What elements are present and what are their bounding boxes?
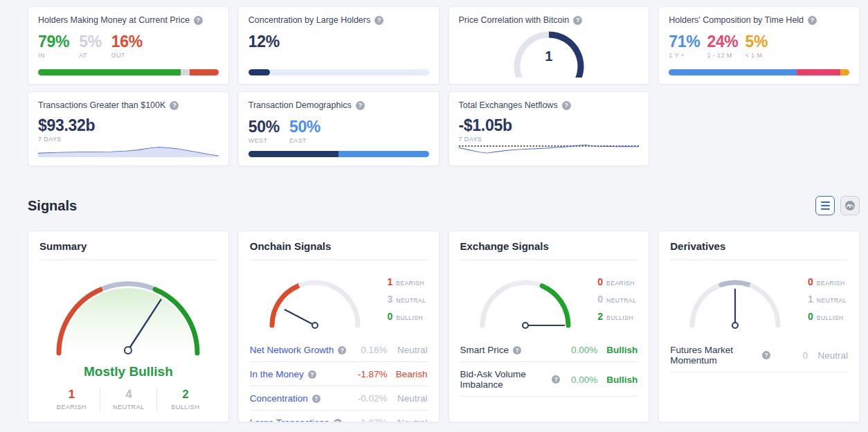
signal-row: Bid-Ask Volume Imbalance? 0.00%Bullish [460,362,638,397]
card-large-transactions[interactable]: Transactions Greater than $100K ? $93.32… [28,91,229,166]
summary-neutral-count: 4 [100,388,156,402]
help-icon[interactable]: ? [170,101,179,110]
list-icon [821,201,830,210]
card-price-correlation[interactable]: Price Correlation with Bitcoin ? 1 [449,6,650,84]
large-transactions-value: $93.32b [38,118,219,134]
card-title: Price Correlation with Bitcoin [459,15,570,25]
onchain-gauge-stats: 1BEARISH 3NEUTRAL 0BULLISH [384,276,426,328]
help-icon[interactable]: ? [356,101,365,110]
period-label: 7 DAYS [38,136,219,143]
onchain-gauge [260,270,370,331]
signal-row: Concentration? -0.02%Neutral [250,386,428,411]
view-toggle [815,196,860,215]
exchange-gauge [470,270,581,331]
stat-at: 5% [79,34,102,50]
summary-gauge [42,271,214,357]
dashboard: Holders Making Money at Current Price ? … [0,0,868,422]
netflows-value: -$1.05b [459,118,640,134]
signal-link-net-network-growth[interactable]: Net Network Growth? [250,345,347,355]
metric-cards-grid: Holders Making Money at Current Price ? … [28,6,860,166]
signal-row: Smart Price? 0.00%Bullish [460,338,638,362]
card-exchange-netflows[interactable]: Total Exchanges Netflows ? -$1.05b 7 DAY… [449,91,650,166]
help-icon[interactable]: ? [513,346,521,354]
signal-row: Futures Market Momentum? 0Neutral [670,338,848,372]
exchange-gauge-stats: 0BEARISH 0NEUTRAL 2BULLISH [595,276,636,328]
panel-derivatives: Derivatives 0BEARISH 1NEUTRAL 0BULLISH [658,231,860,422]
help-icon[interactable]: ? [808,16,817,25]
panel-summary: Summary Mostly Bullish 1 [28,231,229,422]
card-title: Transaction Demographics [248,100,352,110]
help-icon[interactable]: ? [562,101,571,110]
exchange-signal-rows: Smart Price? 0.00%Bullish Bid-Ask Volume… [460,338,638,397]
summary-verdict: Mostly Bullish [39,364,217,379]
card-holders-making-money[interactable]: Holders Making Money at Current Price ? … [28,6,229,84]
in-out-money-bar [38,69,219,75]
derivatives-gauge-stats: 0BEARISH 1NEUTRAL 0BULLISH [805,276,847,328]
signal-link-concentration[interactable]: Concentration? [250,393,320,404]
signal-label-smart-price[interactable]: Smart Price? [460,345,522,355]
panel-exchange-signals: Exchange Signals 0BEARISH 0NEUTRAL 2BULL… [449,231,650,422]
signal-row: In the Money? -1.87%Bearish [250,362,428,386]
summary-stats: 1 BEARISH 4 NEUTRAL 2 BULLISH [39,388,217,411]
correlation-gauge: 1 [459,25,640,78]
netflows-sparkline [459,143,640,157]
transactions-sparkline [38,143,219,157]
panel-title: Exchange Signals [460,240,638,252]
help-icon[interactable]: ? [552,375,560,384]
list-view-button[interactable] [815,196,835,215]
stat-west: 50% [248,119,280,135]
panel-title: Summary [39,240,217,252]
help-icon[interactable]: ? [312,395,320,403]
signal-label-bid-ask-volume-imbalance[interactable]: Bid-Ask Volume Imbalance? [460,369,561,390]
derivatives-gauge [680,270,790,331]
card-title: Concentration by Large Holders [248,15,371,25]
demographics-bar [248,151,429,157]
gauge-icon [844,200,856,211]
panel-onchain-signals: Onchain Signals 1BEARISH 3NEUTRAL 0BULLI… [238,231,440,422]
help-icon[interactable]: ? [762,351,770,359]
onchain-signal-rows: Net Network Growth? 0.16%Neutral In the … [250,338,428,422]
card-title: Total Exchanges Netflows [459,100,558,110]
stat-out: 16% [111,34,143,50]
signal-link-in-the-money[interactable]: In the Money? [250,369,316,379]
summary-bearish-count: 1 [43,388,100,402]
card-transaction-demographics[interactable]: Transaction Demographics ? 50%WEST 50%EA… [238,91,440,166]
help-icon[interactable]: ? [338,346,346,354]
signals-section-title: Signals [28,198,77,214]
stat-in: 79% [38,34,69,50]
derivatives-signal-rows: Futures Market Momentum? 0Neutral [670,338,848,372]
gauge-view-button[interactable] [840,196,860,215]
stat-1y: 71% [669,34,700,50]
stat-1-12m: 24% [707,34,738,50]
composition-bar [669,69,849,75]
period-label: 7 DAYS [459,136,640,143]
help-icon[interactable]: ? [573,16,582,25]
card-title: Holders' Composition by Time Held [669,15,804,25]
summary-bullish-count: 2 [157,388,213,402]
card-title: Holders Making Money at Current Price [38,15,190,25]
signal-link-large-transactions[interactable]: Large Transactions? [250,417,342,422]
help-icon[interactable]: ? [308,370,316,379]
signal-row: Net Network Growth? 0.16%Neutral [250,338,428,362]
panel-title: Onchain Signals [250,240,428,252]
stat-under-1m: 5% [745,34,768,50]
help-icon[interactable]: ? [374,16,383,25]
concentration-value: 12% [248,34,280,50]
help-icon[interactable]: ? [334,419,342,423]
help-icon[interactable]: ? [194,16,203,25]
card-holders-composition[interactable]: Holders' Composition by Time Held ? 71%1… [658,6,860,84]
card-concentration[interactable]: Concentration by Large Holders ? 12% [238,6,440,84]
correlation-value: 1 [459,48,640,64]
card-title: Transactions Greater than $100K [38,100,165,110]
stat-east: 50% [289,119,320,135]
concentration-bar [248,69,429,75]
panel-title: Derivatives [670,240,848,252]
signal-label-futures-market-momentum[interactable]: Futures Market Momentum? [670,345,770,366]
signal-row: Large Transactions? 1.07%Neutral [250,411,428,422]
card-stats: 79%IN 5%AT 16%OUT [38,34,219,59]
signal-panels: Summary Mostly Bullish 1 [28,231,860,422]
